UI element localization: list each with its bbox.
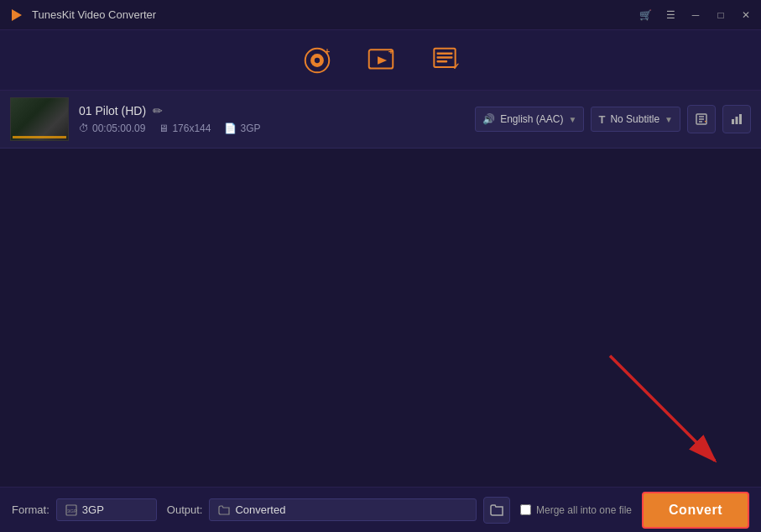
- toolbar: + + ✓: [0, 30, 761, 91]
- subtitle-value: No Subtitle: [610, 113, 659, 125]
- edit-file-button[interactable]: [687, 105, 716, 133]
- app-title: TunesKit Video Converter: [32, 8, 639, 21]
- format-label: Format:: [12, 503, 50, 516]
- bottom-bar: Format: 3GP 3GP Output: Converted Merge …: [0, 487, 761, 532]
- output-path-display: Converted: [209, 498, 477, 521]
- file-list-area: ▶ 01 Pilot (HD) ✏ ⏱ 00:05:00.09 🖥 176x14…: [0, 91, 761, 493]
- output-label: Output:: [167, 503, 203, 516]
- audio-dropdown-arrow: ▼: [569, 115, 577, 124]
- duration-meta: ⏱ 00:05:00.09: [79, 123, 145, 134]
- svg-rect-17: [732, 119, 734, 124]
- svg-rect-11: [436, 60, 447, 62]
- stats-button[interactable]: [722, 105, 751, 133]
- menu-icon[interactable]: ☰: [664, 9, 677, 21]
- svg-marker-0: [12, 9, 22, 21]
- window-controls: 🛒 ☰ ─ □ ✕: [639, 9, 753, 21]
- merge-checkbox[interactable]: [520, 504, 531, 515]
- cart-icon[interactable]: 🛒: [639, 9, 652, 21]
- maximize-button[interactable]: □: [714, 9, 727, 21]
- svg-rect-9: [436, 52, 452, 54]
- file-thumbnail: ▶: [10, 97, 69, 141]
- clock-icon: ⏱: [79, 123, 89, 134]
- folder-icon: [218, 505, 230, 515]
- output-section: Output: Converted: [167, 497, 510, 524]
- subtitle-icon: T: [598, 113, 605, 126]
- browse-folder-button[interactable]: [483, 497, 510, 524]
- svg-text:✓: ✓: [451, 61, 459, 71]
- file-name: 01 Pilot (HD): [79, 104, 146, 117]
- svg-text:3GP: 3GP: [67, 509, 77, 514]
- svg-text:+: +: [324, 45, 330, 55]
- subtitle-dropdown-arrow: ▼: [665, 115, 673, 124]
- format-value: 3GP: [240, 123, 260, 134]
- format-display: 3GP 3GP: [56, 498, 157, 521]
- audio-icon: 🔊: [482, 113, 495, 125]
- content-area: [0, 149, 761, 493]
- convert-button[interactable]: Convert: [642, 492, 749, 529]
- svg-rect-19: [739, 114, 742, 124]
- svg-point-3: [314, 57, 319, 62]
- subtitle-dropdown[interactable]: T No Subtitle ▼: [591, 107, 680, 132]
- svg-marker-6: [378, 56, 387, 65]
- svg-text:+: +: [388, 45, 394, 55]
- file-row: ▶ 01 Pilot (HD) ✏ ⏱ 00:05:00.09 🖥 176x14…: [0, 91, 761, 149]
- format-meta: 📄 3GP: [224, 123, 260, 134]
- file-info: 01 Pilot (HD) ✏ ⏱ 00:05:00.09 🖥 176x144 …: [79, 104, 465, 134]
- format-section: Format: 3GP 3GP: [12, 498, 157, 521]
- format-file-icon: 3GP: [65, 504, 77, 516]
- close-button[interactable]: ✕: [739, 9, 753, 21]
- minimize-button[interactable]: ─: [689, 9, 702, 21]
- add-media-button[interactable]: +: [297, 40, 337, 81]
- duration-value: 00:05:00.09: [92, 123, 145, 134]
- file-format-icon: 📄: [224, 123, 237, 134]
- app-icon: [8, 7, 25, 23]
- edit-name-icon[interactable]: ✏: [153, 104, 163, 117]
- resolution-value: 176x144: [172, 123, 211, 134]
- resolution-meta: 🖥 176x144: [159, 123, 211, 134]
- screen-icon: 🖥: [159, 123, 169, 134]
- open-folder-icon: [490, 504, 503, 516]
- svg-rect-18: [736, 117, 738, 124]
- format-value-text: 3GP: [82, 503, 104, 516]
- add-to-convert-button[interactable]: +: [361, 40, 401, 81]
- merge-check: Merge all into one file: [520, 504, 632, 516]
- audio-track-value: English (AAC): [500, 113, 563, 125]
- titlebar: TunesKit Video Converter 🛒 ☰ ─ □ ✕: [0, 0, 761, 30]
- audio-track-dropdown[interactable]: 🔊 English (AAC) ▼: [475, 107, 584, 132]
- svg-rect-10: [436, 56, 452, 58]
- output-path-value: Converted: [235, 503, 285, 516]
- file-controls: 🔊 English (AAC) ▼ T No Subtitle ▼: [475, 105, 751, 133]
- output-settings-button[interactable]: ✓: [425, 40, 465, 81]
- merge-label: Merge all into one file: [536, 504, 632, 516]
